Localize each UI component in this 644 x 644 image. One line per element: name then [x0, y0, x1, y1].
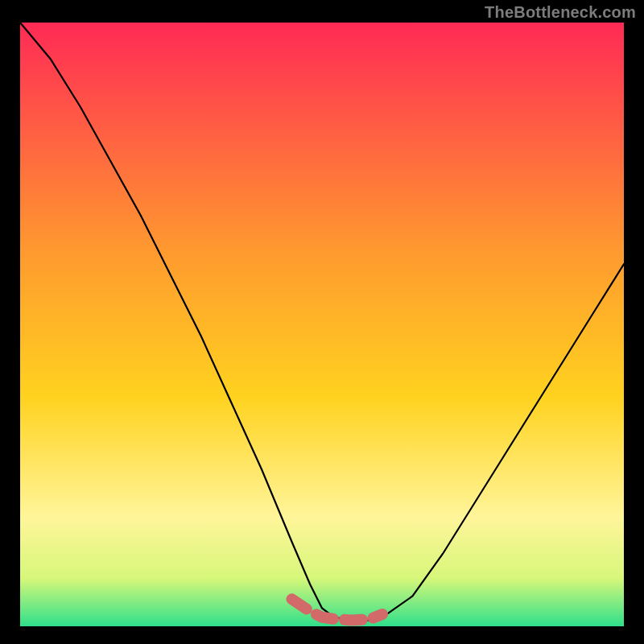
bottleneck-chart	[0, 0, 644, 644]
attribution-text: TheBottleneck.com	[485, 3, 636, 22]
chart-frame: { "attribution": "TheBottleneck.com", "c…	[0, 0, 644, 644]
plot-background	[20, 23, 624, 626]
